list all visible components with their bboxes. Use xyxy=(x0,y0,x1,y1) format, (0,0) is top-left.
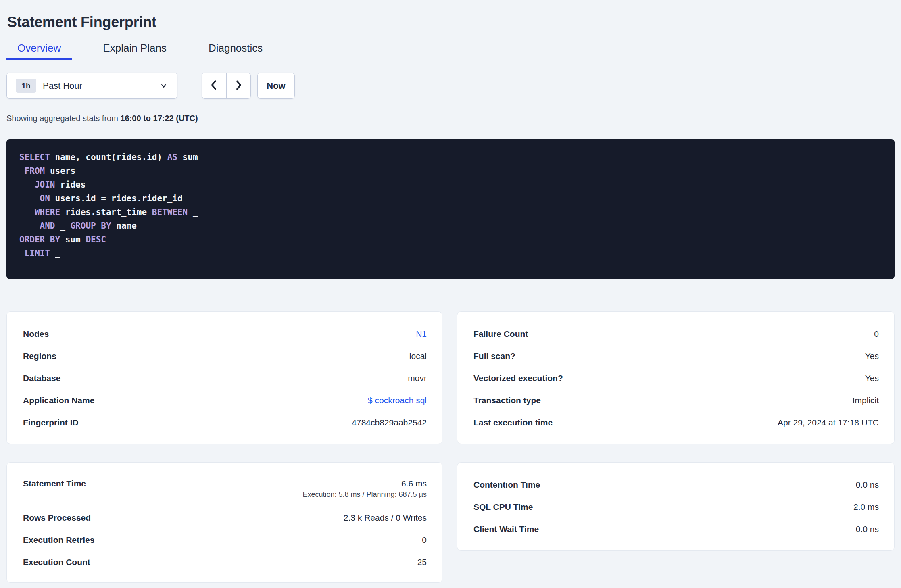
info-value: 0.0 ns xyxy=(856,480,879,489)
info-row: Transaction typeImplicit xyxy=(473,389,879,411)
tab-diagnostics-label: Diagnostics xyxy=(209,42,263,54)
tab-bar: Overview Explain Plans Diagnostics xyxy=(6,36,895,60)
info-label: Last execution time xyxy=(473,418,553,427)
sql-line: WHERE rides.start_time BETWEEN _ xyxy=(19,205,882,219)
info-row: Client Wait Time0.0 ns xyxy=(473,518,879,540)
info-row: Last execution timeApr 29, 2024 at 17:18… xyxy=(473,411,879,434)
tab-diagnostics[interactable]: Diagnostics xyxy=(197,36,274,60)
info-label: Fingerprint ID xyxy=(23,418,79,427)
tab-explain-plans[interactable]: Explain Plans xyxy=(92,36,178,60)
info-value-wrap: 0.0 ns xyxy=(856,524,879,534)
time-range-badge: 1h xyxy=(16,79,36,93)
info-value-wrap: N1 xyxy=(416,329,427,339)
chevron-right-icon xyxy=(233,79,244,92)
info-value: 25 xyxy=(417,557,427,567)
info-subvalue: Execution: 5.8 ms / Planning: 687.5 µs xyxy=(302,490,427,499)
info-value: movr xyxy=(408,373,427,383)
chevron-left-icon xyxy=(209,79,220,92)
info-label: Database xyxy=(23,373,60,383)
tab-explain-plans-label: Explain Plans xyxy=(103,42,167,54)
aggregation-interval-prefix: Showing aggregated stats from xyxy=(6,114,120,123)
info-value: local xyxy=(409,351,427,361)
info-value: 2.0 ms xyxy=(853,502,879,511)
info-row: Full scan?Yes xyxy=(473,345,879,367)
info-value: 0 xyxy=(422,535,427,544)
info-label: Application Name xyxy=(23,396,94,405)
info-value-wrap: 0.0 ns xyxy=(856,480,879,490)
aggregation-interval-range: 16:00 to 17:22 (UTC) xyxy=(120,114,198,123)
info-value: 6.6 ms xyxy=(401,479,427,488)
info-label: Execution Count xyxy=(23,557,90,567)
info-value-wrap: local xyxy=(409,351,427,361)
info-row: Application Name$ cockroach sql xyxy=(23,389,427,411)
statement-details-card: NodesN1RegionslocalDatabasemovrApplicati… xyxy=(6,311,442,444)
page-title: Statement Fingerprint xyxy=(7,14,156,31)
sql-line: SELECT name, count(rides.id) AS sum xyxy=(19,150,882,164)
info-row: Statement Time6.6 msExecution: 5.8 ms / … xyxy=(23,473,427,507)
sql-line: LIMIT _ xyxy=(19,246,882,260)
next-range-button[interactable] xyxy=(226,73,251,98)
info-value-wrap: movr xyxy=(408,373,427,383)
sql-line: FROM users xyxy=(19,164,882,178)
info-row: Regionslocal xyxy=(23,345,427,367)
info-row: Contention Time0.0 ns xyxy=(473,473,879,496)
info-value-wrap: Yes xyxy=(865,373,879,383)
info-label: Statement Time xyxy=(23,479,86,488)
info-value-wrap: 0 xyxy=(422,535,427,545)
info-label: Transaction type xyxy=(473,396,541,405)
info-row: Vectorized execution?Yes xyxy=(473,367,879,389)
execution-attributes-card: Failure Count0Full scan?YesVectorized ex… xyxy=(457,311,895,444)
info-value: 0 xyxy=(874,329,879,338)
info-row: Failure Count0 xyxy=(473,323,879,345)
sql-line: AND _ GROUP BY name xyxy=(19,219,882,233)
info-value: 0.0 ns xyxy=(856,524,879,534)
statement-times-card: Statement Time6.6 msExecution: 5.8 ms / … xyxy=(6,462,442,583)
info-label: Client Wait Time xyxy=(473,524,539,534)
info-value: Apr 29, 2024 at 17:18 UTC xyxy=(778,418,879,427)
info-value-wrap: $ cockroach sql xyxy=(368,396,427,405)
prev-range-button[interactable] xyxy=(202,73,226,98)
info-value-wrap: 6.6 msExecution: 5.8 ms / Planning: 687.… xyxy=(302,479,427,499)
info-label: Regions xyxy=(23,351,56,361)
time-range-stepper xyxy=(202,73,251,99)
info-value-wrap: Apr 29, 2024 at 17:18 UTC xyxy=(778,418,879,427)
info-value-wrap: Implicit xyxy=(853,396,879,405)
info-value-wrap: 2.3 k Reads / 0 Writes xyxy=(344,513,427,523)
sql-line: ORDER BY sum DESC xyxy=(19,233,882,246)
info-label: Contention Time xyxy=(473,480,540,490)
info-label: SQL CPU Time xyxy=(473,502,533,512)
time-range-selected: Past Hour xyxy=(43,81,82,91)
info-value-link[interactable]: $ cockroach sql xyxy=(368,396,427,405)
sql-line: ON users.id = rides.rider_id xyxy=(19,192,882,205)
info-value-wrap: Yes xyxy=(865,351,879,361)
now-button[interactable]: Now xyxy=(257,73,295,99)
info-value-link[interactable]: N1 xyxy=(416,329,427,338)
tab-overview[interactable]: Overview xyxy=(6,36,72,60)
info-row: SQL CPU Time2.0 ms xyxy=(473,496,879,518)
time-range-dropdown[interactable]: 1h Past Hour xyxy=(6,73,177,99)
info-value: Implicit xyxy=(853,396,879,405)
info-value-wrap: 2.0 ms xyxy=(853,502,879,512)
info-label: Execution Retries xyxy=(23,535,94,545)
statement-fingerprint-page: Statement Fingerprint Overview Explain P… xyxy=(0,0,901,588)
time-controls: 1h Past Hour Now xyxy=(6,73,369,99)
chevron-down-icon xyxy=(159,81,168,90)
info-value-wrap: 25 xyxy=(417,557,427,567)
info-value: Yes xyxy=(865,373,879,383)
aggregation-interval-text: Showing aggregated stats from 16:00 to 1… xyxy=(6,114,198,123)
info-label: Failure Count xyxy=(473,329,528,339)
info-label: Full scan? xyxy=(473,351,515,361)
info-value: 2.3 k Reads / 0 Writes xyxy=(344,513,427,522)
tab-overview-label: Overview xyxy=(17,42,61,54)
info-row: Execution Retries0 xyxy=(23,529,427,551)
info-value-wrap: 4784cb829aab2542 xyxy=(352,418,427,427)
info-label: Vectorized execution? xyxy=(473,373,563,383)
info-row: Fingerprint ID4784cb829aab2542 xyxy=(23,411,427,434)
info-row: Databasemovr xyxy=(23,367,427,389)
info-label: Nodes xyxy=(23,329,49,339)
info-value-wrap: 0 xyxy=(874,329,879,339)
info-row: NodesN1 xyxy=(23,323,427,345)
sql-line: JOIN rides xyxy=(19,178,882,192)
info-value: 4784cb829aab2542 xyxy=(352,418,427,427)
info-label: Rows Processed xyxy=(23,513,91,523)
